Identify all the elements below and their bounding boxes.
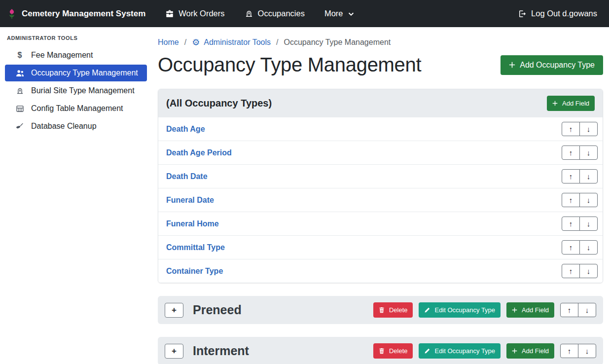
- add-field-button[interactable]: Add Field: [547, 96, 595, 111]
- move-down-button[interactable]: ↓: [579, 169, 598, 183]
- move-up-button[interactable]: ↑: [562, 122, 580, 136]
- breadcrumb-home-link[interactable]: Home: [158, 38, 179, 47]
- add-field-label: Add Field: [522, 306, 549, 314]
- sidebar-item-burial-site-type-management[interactable]: Burial Site Type Management: [5, 82, 147, 99]
- sidebar-item-fee-management[interactable]: $ Fee Management: [5, 47, 147, 64]
- move-up-button[interactable]: ↑: [562, 217, 580, 231]
- edit-occupancy-type-button[interactable]: Edit Occupancy Type: [419, 343, 501, 359]
- expand-button[interactable]: +: [165, 303, 183, 318]
- app-brand[interactable]: Cemetery Management System: [7, 8, 145, 19]
- section-actions: DeleteEdit Occupancy TypeAdd Field↑↓: [373, 343, 596, 359]
- reorder-buttons: ↑↓: [562, 193, 598, 207]
- sidebar-item-label: Burial Site Type Management: [31, 86, 135, 95]
- field-row: Committal Type↑↓: [158, 236, 603, 259]
- sidebar-item-label: Fee Management: [31, 51, 93, 60]
- move-down-button[interactable]: ↓: [579, 122, 598, 136]
- breadcrumb-admin-tools-link[interactable]: ⚙ Administrator Tools: [192, 38, 271, 47]
- plus-icon: [512, 348, 517, 354]
- reorder-buttons: ↑↓: [560, 303, 596, 317]
- breadcrumb: Home / ⚙ Administrator Tools / Occupancy…: [158, 38, 603, 47]
- trash-icon: [379, 348, 385, 354]
- move-down-button[interactable]: ↓: [579, 146, 598, 160]
- move-up-button[interactable]: ↑: [562, 193, 580, 207]
- nav-item-occupancies[interactable]: Occupancies: [245, 9, 305, 18]
- all-occupancy-types-card: (All Occupancy Types) Add Field Death Ag…: [158, 89, 603, 283]
- move-up-button[interactable]: ↑: [562, 169, 580, 183]
- reorder-buttons: ↑↓: [562, 217, 598, 231]
- occupancy-type-section: +PreneedDeleteEdit Occupancy TypeAdd Fie…: [158, 296, 603, 324]
- reorder-buttons: ↑↓: [562, 122, 598, 136]
- main-content: Home / ⚙ Administrator Tools / Occupancy…: [152, 27, 609, 364]
- flower-icon: [7, 8, 17, 19]
- chevron-down-icon: [348, 10, 355, 17]
- sidebar-item-label: Database Cleanup: [31, 122, 97, 131]
- app-title: Cemetery Management System: [22, 9, 145, 19]
- svg-text:$: $: [18, 51, 22, 59]
- breadcrumb-label: Home: [158, 38, 179, 47]
- field-link[interactable]: Container Type: [166, 267, 223, 276]
- delete-button[interactable]: Delete: [373, 343, 413, 359]
- add-occupancy-type-label: Add Occupancy Type: [520, 61, 595, 70]
- field-link[interactable]: Death Age: [166, 125, 205, 134]
- field-link[interactable]: Funeral Home: [166, 219, 219, 228]
- headstone-icon: [245, 9, 253, 18]
- move-up-button[interactable]: ↑: [562, 240, 580, 255]
- field-link[interactable]: Funeral Date: [166, 196, 214, 205]
- add-occupancy-type-button[interactable]: Add Occupancy Type: [501, 55, 603, 75]
- edit-occupancy-type-button[interactable]: Edit Occupancy Type: [419, 302, 501, 318]
- add-field-button[interactable]: Add Field: [506, 302, 554, 318]
- field-link[interactable]: Death Age Period: [166, 148, 232, 157]
- nav-item-more[interactable]: More: [324, 9, 355, 18]
- gear-icon: ⚙: [192, 38, 200, 47]
- breadcrumb-label: Administrator Tools: [204, 38, 271, 47]
- sidebar-header: Administrator Tools: [0, 32, 152, 46]
- section-actions: DeleteEdit Occupancy TypeAdd Field↑↓: [373, 302, 596, 318]
- field-list: Death Age↑↓Death Age Period↑↓Death Date↑…: [158, 117, 603, 283]
- breadcrumb-separator: /: [179, 38, 192, 47]
- users-icon: [15, 69, 25, 77]
- move-down-button[interactable]: ↓: [578, 344, 596, 358]
- add-field-button[interactable]: Add Field: [506, 343, 554, 359]
- move-down-button[interactable]: ↓: [579, 217, 598, 231]
- section-title: Preneed: [193, 303, 242, 317]
- reorder-buttons: ↑↓: [562, 240, 598, 255]
- move-up-button[interactable]: ↑: [562, 146, 580, 160]
- breadcrumb-separator: /: [271, 38, 284, 47]
- sidebar-item-config-table-management[interactable]: Config Table Management: [5, 100, 147, 117]
- move-up-button[interactable]: ↑: [560, 344, 578, 358]
- edit-label: Edit Occupancy Type: [434, 347, 495, 355]
- add-field-label: Add Field: [562, 100, 589, 107]
- sidebar-item-occupancy-type-management[interactable]: Occupancy Type Management: [5, 65, 147, 81]
- add-field-label: Add Field: [522, 347, 549, 355]
- title-row: Occupancy Type Management Add Occupancy …: [158, 54, 603, 76]
- move-down-button[interactable]: ↓: [579, 193, 598, 207]
- sidebar-item-label: Occupancy Type Management: [31, 69, 138, 77]
- field-link[interactable]: Committal Type: [166, 243, 225, 252]
- pencil-icon: [424, 307, 430, 313]
- expand-button[interactable]: +: [165, 344, 183, 359]
- occupancy-type-section: +IntermentDeleteEdit Occupancy TypeAdd F…: [158, 337, 603, 364]
- field-row: Death Date↑↓: [158, 165, 603, 188]
- move-down-button[interactable]: ↓: [579, 264, 598, 278]
- sidebar-item-database-cleanup[interactable]: Database Cleanup: [5, 118, 147, 135]
- app-body: Administrator Tools $ Fee Management Occ…: [0, 27, 609, 364]
- logout-button[interactable]: Log Out d.gowans: [518, 9, 597, 18]
- reorder-buttons: ↑↓: [562, 264, 598, 278]
- occupancy-type-sections: +PreneedDeleteEdit Occupancy TypeAdd Fie…: [158, 296, 603, 364]
- move-down-button[interactable]: ↓: [579, 240, 598, 255]
- nav-item-work-orders[interactable]: Work Orders: [165, 9, 224, 18]
- table-icon: [15, 105, 25, 113]
- card-title: (All Occupancy Types): [166, 98, 272, 109]
- all-occupancy-types-header: (All Occupancy Types) Add Field: [158, 89, 603, 117]
- field-link[interactable]: Death Date: [166, 172, 208, 181]
- field-row: Funeral Home↑↓: [158, 212, 603, 236]
- trash-icon: [379, 307, 385, 313]
- plus-icon: [552, 101, 558, 106]
- delete-button[interactable]: Delete: [373, 302, 413, 318]
- move-up-button[interactable]: ↑: [560, 303, 578, 317]
- sidebar-item-label: Config Table Management: [31, 104, 123, 113]
- delete-label: Delete: [389, 306, 408, 314]
- move-up-button[interactable]: ↑: [562, 264, 580, 278]
- move-down-button[interactable]: ↓: [578, 303, 596, 317]
- logout-icon: [518, 9, 527, 18]
